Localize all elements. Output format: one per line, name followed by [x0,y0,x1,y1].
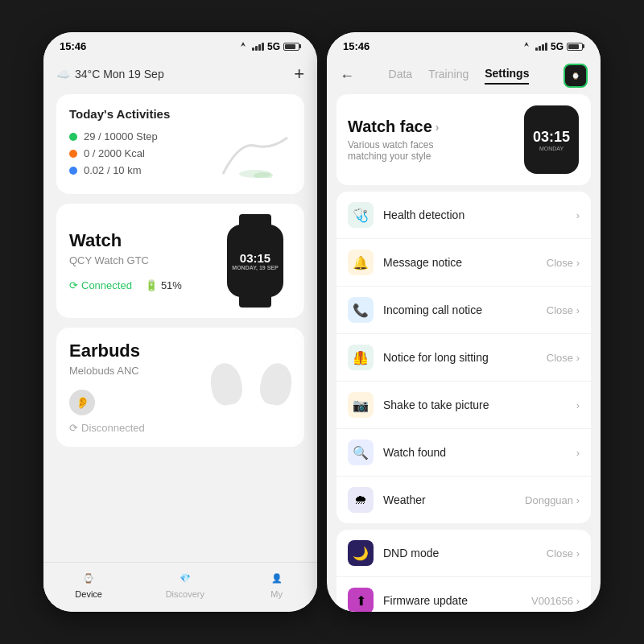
sitting-icon: 🦺 [348,345,374,370]
connected-badge: ⟳ Connected [69,279,132,291]
discovery-icon: 💎 [176,569,194,587]
tab-data[interactable]: Data [389,68,413,84]
shake-icon: 📷 [348,392,374,418]
weather-icon-2: 🌧 [348,487,374,513]
watch-image: 03:15 MONDAY, 19 SEP [219,217,291,305]
watchfound-icon: 🔍 [348,440,374,465]
watch-card: Watch QCY Watch GTC ⟳ Connected 🔋 51% [56,204,304,318]
wf-title: Watch face › [348,118,514,136]
steps-value: 29 / 10000 Step [84,130,158,142]
wf-subtitle: Various watch facesmatching your style [348,139,514,162]
settings-item-firmware[interactable]: ⬆ Firmware update V001656 › [336,577,591,612]
watch-avatar-icon: ⌚ [572,72,580,80]
time-2: 15:46 [343,40,369,52]
settings-item-watchfound[interactable]: 🔍 Watch found › [336,429,591,477]
watch-time: 03:15 [240,251,270,265]
nav-discovery-label: Discovery [166,589,204,599]
shake-value: › [576,399,580,411]
nav-device-label: Device [75,589,102,599]
incoming-label: Incoming call notice [383,303,547,316]
settings-list-main: 🩺 Health detection › 🔔 Message notice Cl… [336,192,591,523]
watchfound-label: Watch found [383,446,576,459]
sitting-value: Close › [547,352,580,364]
watch-name: Watch [69,230,219,251]
nav-device[interactable]: ⌚ Device [75,569,102,599]
watchfound-value: › [576,447,580,459]
activities-card: Today's Activities 29 / 10000 Step 0 / 2… [56,94,304,194]
location-icon [237,42,249,52]
time-1: 15:46 [60,40,86,52]
status-bar-2: 15:46 5G [327,32,601,57]
network-2: 5G [551,41,564,52]
signal-icon-2 [535,43,547,51]
settings-item-weather[interactable]: 🌧 Weather Dongguan › [336,477,591,523]
firmware-label: Firmware update [383,594,531,607]
connected-icon: ⟳ [69,279,78,291]
weather-value: Dongguan › [525,494,580,506]
dnd-value: Close › [547,547,580,559]
watch-card-inner: Watch QCY Watch GTC ⟳ Connected 🔋 51% [69,217,291,305]
dnd-label: DND mode [383,547,547,559]
earbuds-image [211,355,291,419]
weather-info: ☁️ 34°C Mon 19 Sep [56,68,164,80]
km-value: 0.02 / 10 km [84,164,142,176]
add-button[interactable]: + [294,64,304,85]
dnd-icon: 🌙 [348,540,374,566]
tabs: Data Training Settings [389,67,530,85]
battery-icon-watch: 🔋 [145,279,158,291]
settings-item-message[interactable]: 🔔 Message notice Close › [336,239,591,287]
settings-item-sitting[interactable]: 🦺 Notice for long sitting Close › [336,334,591,382]
dnd-section: 🌙 DND mode Close › ⬆ Firmware update V00… [336,530,591,612]
back-arrow[interactable]: ← [340,68,354,85]
wf-image: 03:15 MONDAY [523,105,580,174]
settings-item-dnd[interactable]: 🌙 DND mode Close › [336,530,591,577]
earbud-right [258,361,295,407]
settings-item-shake[interactable]: 📷 Shake to take picture › [336,382,591,429]
battery-icon-2 [567,43,584,51]
weather-text: 34°C Mon 19 Sep [75,68,164,80]
weather-label: Weather [383,493,525,506]
battery-icon [283,43,301,51]
firmware-value: V001656 › [531,595,580,607]
health-label: Health detection [383,208,576,221]
phone-2: 15:46 5G ← [327,32,601,612]
disconnected-badge: ⟳ Disconnected [69,422,145,434]
earbuds-card: Earbuds Melobuds ANC 👂 ⟳ Disconnected [56,328,304,447]
watch-date: MONDAY, 19 SEP [232,265,278,270]
settings-item-health[interactable]: 🩺 Health detection › [336,192,591,239]
settings-item-incoming[interactable]: 📞 Incoming call notice Close › [336,287,591,334]
bottom-nav: ⌚ Device 💎 Discovery 👤 My [43,562,317,612]
phone1-body: ☁️ 34°C Mon 19 Sep + Today's Activities … [43,57,317,608]
phone-1: 15:46 5G [43,32,317,612]
health-icon: 🩺 [348,202,374,228]
message-value: Close › [547,257,580,269]
activities-title: Today's Activities [69,107,291,121]
wf-watch-date: MONDAY [539,146,564,151]
signal-icon [252,43,264,51]
connected-text: Connected [81,279,132,291]
activities-content: 29 / 10000 Step 0 / 2000 Kcal 0.02 / 10 … [69,130,291,181]
shake-label: Shake to take picture [383,398,576,411]
activities-left: 29 / 10000 Step 0 / 2000 Kcal 0.02 / 10 … [69,130,219,181]
km-row: 0.02 / 10 km [69,164,219,176]
steps-row: 29 / 10000 Step [69,130,219,142]
firmware-icon: ⬆ [348,588,374,612]
tab-training[interactable]: Training [428,68,469,84]
nav-discovery[interactable]: 💎 Discovery [166,569,204,599]
nav-my[interactable]: 👤 My [268,569,286,599]
phone2-header: ← Data Training Settings ⌚ [327,57,601,88]
watch-face-section[interactable]: Watch face › Various watch facesmatching… [336,94,591,185]
incoming-icon: 📞 [348,297,374,323]
wf-text: Watch face › Various watch facesmatching… [348,118,514,162]
disconnected-icon: ⟳ [69,422,78,434]
kcal-row: 0 / 2000 Kcal [69,147,219,159]
tab-settings[interactable]: Settings [485,67,529,85]
kcal-value: 0 / 2000 Kcal [84,147,145,159]
earbud-left [208,361,245,407]
message-icon: 🔔 [348,250,374,275]
battery-pct: 51% [161,279,182,291]
earbuds-model: Melobuds ANC [69,365,145,377]
earbuds-name: Earbuds [69,341,145,361]
watch-status: ⟳ Connected 🔋 51% [69,279,219,291]
wf-watch-time: 03:15 [533,129,570,146]
